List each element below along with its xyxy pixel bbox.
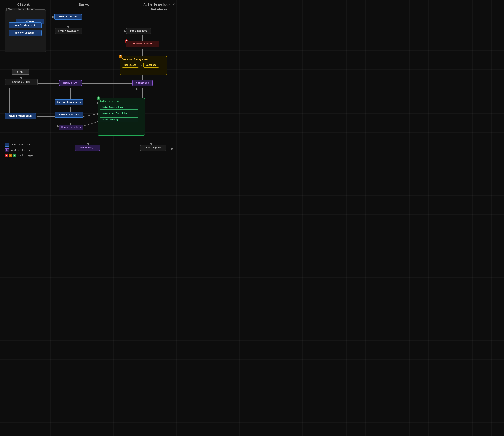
data-access-layer-node: Data Access Layer bbox=[100, 105, 138, 110]
diagram-container: Client Server Auth Provider /Database bbox=[0, 0, 189, 164]
legend-badge-3: 3 bbox=[13, 154, 16, 157]
authorization-group: 3 Authorization Data Access Layer Data T… bbox=[98, 98, 145, 136]
legend-react-label: React Features bbox=[11, 144, 31, 146]
data-request-top-node: Data Request bbox=[126, 28, 151, 34]
signup-group-label: Signup / Login / Logout bbox=[7, 8, 36, 11]
request-nav-node: Request / Nav bbox=[5, 79, 38, 85]
signup-group: Signup / Login / Logout <form> useFormSt… bbox=[5, 9, 46, 52]
divider-client-server bbox=[49, 0, 49, 164]
use-form-status-node: useFormStatus() bbox=[9, 30, 42, 36]
session-management-label: Session Management bbox=[122, 58, 165, 61]
auth-badge-3: 3 bbox=[97, 96, 100, 100]
redirect-node: redirect() bbox=[75, 145, 100, 151]
legend-badge-2: 2 bbox=[9, 154, 12, 157]
auth-provider-header: Auth Provider /Database bbox=[137, 3, 181, 12]
server-action-top-node: Server Action bbox=[54, 14, 82, 20]
or-text: OR bbox=[140, 65, 143, 67]
data-request-bottom-node: Data Request bbox=[140, 145, 166, 151]
legend-nextjs-icon: B bbox=[5, 148, 9, 152]
server-components-node: Server Components bbox=[55, 99, 83, 105]
legend-auth-stages: 1 2 3 Auth Stages bbox=[5, 154, 34, 157]
svg-line-18 bbox=[83, 121, 99, 126]
session-management-group: 2 Session Management Stateless OR Databa… bbox=[120, 56, 167, 75]
session-badge-2: 2 bbox=[119, 55, 122, 58]
server-actions-node: Server Actions bbox=[55, 112, 83, 118]
authorization-label: Authorization bbox=[100, 100, 143, 103]
middleware-node: Middleware bbox=[59, 80, 82, 86]
cookies-node: cookies() bbox=[132, 80, 153, 86]
stateless-node: Stateless bbox=[122, 63, 139, 68]
database-node: Database bbox=[143, 63, 159, 68]
data-transfer-object-node: Data Transfer Object bbox=[100, 111, 138, 116]
authentication-node: Authentication bbox=[126, 41, 159, 47]
divider-server-auth bbox=[120, 0, 120, 164]
route-handlers-node: Route Handlers bbox=[59, 125, 83, 130]
legend-auth-stages-label: Auth Stages bbox=[18, 154, 34, 157]
legend-nextjs-label: Next.js Features bbox=[11, 149, 33, 152]
legend-react-icon: A bbox=[5, 143, 9, 147]
svg-line-17 bbox=[83, 113, 99, 117]
react-cache-node: React.cache() bbox=[100, 117, 138, 122]
client-header: Client bbox=[6, 3, 41, 7]
legend-badge-1: 1 bbox=[5, 154, 8, 157]
client-components-node: Client Components bbox=[5, 113, 36, 119]
legend-react: A React Features bbox=[5, 143, 34, 147]
legend: A React Features B Next.js Features 1 2 … bbox=[5, 143, 34, 159]
start-node: START bbox=[12, 69, 29, 75]
use-form-state-node: useFormState() bbox=[9, 22, 42, 28]
legend-nextjs: B Next.js Features bbox=[5, 148, 34, 152]
server-header: Server bbox=[68, 3, 102, 7]
form-validation-node: Form Validation bbox=[55, 28, 82, 34]
